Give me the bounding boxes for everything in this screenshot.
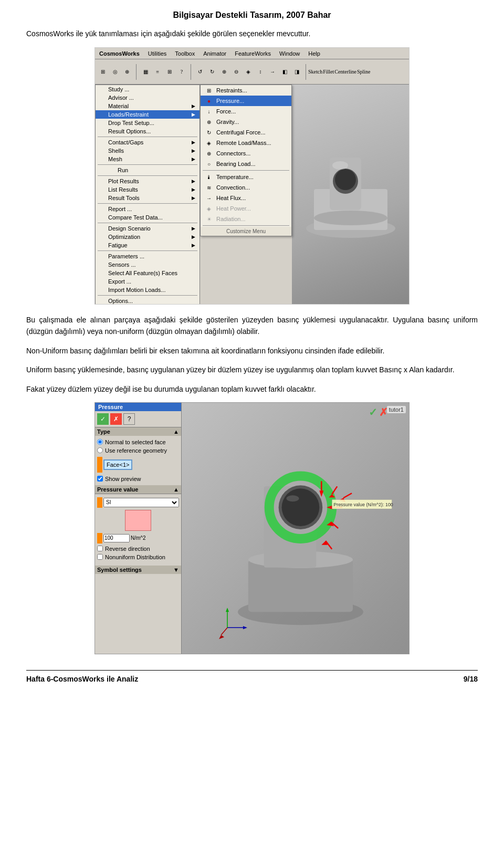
pv-color-indicator2 <box>97 533 102 543</box>
sm-gravity[interactable]: ⊕ Gravity... <box>201 117 291 127</box>
dm-report[interactable]: Report ... <box>96 205 200 213</box>
type-section-content: Normal to selected face Use reference ge… <box>95 436 181 485</box>
dm-options[interactable]: Options... <box>96 297 200 304</box>
intro-text: CosmosWorks ile yük tanımlaması için aşa… <box>26 29 478 38</box>
sm-heat-power[interactable]: ◈ Heat Power... <box>201 203 291 214</box>
menu-toolbox[interactable]: Toolbox <box>173 49 197 58</box>
radio-normal-face-label: Normal to selected face <box>105 439 166 445</box>
sm-force-label: Force... <box>216 108 236 114</box>
face-box[interactable]: Face<1> <box>103 459 132 470</box>
dm-fatigue[interactable]: Fatigue ▶ <box>96 241 200 249</box>
tb-btn-7[interactable]: ? <box>176 66 187 78</box>
sm-temperature[interactable]: 🌡 Temperature... <box>201 172 291 182</box>
sm-heat-flux[interactable]: → Heat Flux... <box>201 193 291 203</box>
sm-remote-load[interactable]: ◈ Remote Load/Mass... <box>201 138 291 148</box>
tb-btn-15[interactable]: ◧ <box>279 66 290 78</box>
sm-restraints[interactable]: ⊞ Restraints... <box>201 85 291 96</box>
p-icon-help[interactable]: ? <box>123 413 135 425</box>
menu-featureworks[interactable]: FeatureWorks <box>233 49 273 58</box>
svg-point-4 <box>335 169 356 190</box>
nonuniform-checkbox[interactable] <box>97 554 103 560</box>
tb-btn-4[interactable]: ▦ <box>140 66 151 78</box>
dm-export[interactable]: Export ... <box>96 277 200 286</box>
centrifugal-icon: ↻ <box>205 128 213 137</box>
sm-connectors[interactable]: ⊕ Connectors... <box>201 148 291 159</box>
svg-line-24 <box>343 493 352 498</box>
reverse-direction-checkbox[interactable] <box>97 546 103 551</box>
force-icon: ↓ <box>205 107 213 116</box>
menu-help[interactable]: Help <box>306 49 322 58</box>
dm-parameters[interactable]: Parameters ... <box>96 252 200 260</box>
page-footer: Hafta 6-CosmosWorks ile Analiz 9/18 <box>26 670 478 683</box>
dm-material[interactable]: Material ▶ <box>96 102 200 110</box>
restraints-icon: ⊞ <box>205 86 213 95</box>
sm-sep-2 <box>203 225 289 226</box>
dm-study[interactable]: Study ... <box>96 85 200 93</box>
dm-shells[interactable]: Shells ▶ <box>96 147 200 155</box>
dm-mesh[interactable]: Mesh ▶ <box>96 155 200 163</box>
tb-btn-6[interactable]: ⊞ <box>164 66 175 78</box>
customize-menu[interactable]: Customize Menu <box>201 227 291 236</box>
sm-bearing-load[interactable]: ○ Bearing Load... <box>201 159 291 169</box>
tb-btn-5[interactable]: ≡ <box>152 66 163 78</box>
symbol-settings-label[interactable]: Symbol settings ▼ <box>95 566 181 574</box>
dm-design-scenario[interactable]: Design Scenario ▶ <box>96 224 200 233</box>
p-icon-cancel[interactable]: ✗ <box>110 413 122 425</box>
type-section-label[interactable]: Type ▲ <box>95 427 181 436</box>
menu-utilities[interactable]: Utilities <box>146 49 169 58</box>
sm-pressure[interactable]: ● Pressure... <box>201 96 291 106</box>
sm-centrifugal[interactable]: ↻ Centrifugal Force... <box>201 127 291 138</box>
tb-btn-11[interactable]: ⊖ <box>230 66 242 78</box>
sm-radiation[interactable]: ☀ Radiation... <box>201 214 291 224</box>
svg-marker-21 <box>319 490 323 497</box>
dm-select-all[interactable]: Select All Feature(s) Faces <box>96 269 200 277</box>
pressure-panel: Pressure ✓ ✗ ? Type ▲ Normal to selected… <box>95 403 182 654</box>
dm-advisor[interactable]: Advisor ... <box>96 93 200 102</box>
tb-btn-8[interactable]: ↺ <box>194 66 206 78</box>
sm-force[interactable]: ↓ Force... <box>201 106 291 117</box>
part-view <box>292 85 409 304</box>
tb-btn-10[interactable]: ⊕ <box>218 66 230 78</box>
dm-import-motion[interactable]: Import Motion Loads... <box>96 286 200 294</box>
tb-btn-14[interactable]: → <box>267 66 278 78</box>
body-paragraph2: Non-Uniform basınç dağılımları belirli b… <box>26 345 478 357</box>
show-preview-checkbox[interactable] <box>97 476 103 482</box>
dm-optimization[interactable]: Optimization ▶ <box>96 233 200 241</box>
dm-plot-results[interactable]: Plot Results ▶ <box>96 177 200 185</box>
dm-result-tools[interactable]: Result Tools ▶ <box>96 194 200 202</box>
tb-btn-3[interactable]: ⊕ <box>121 66 133 78</box>
pressure-value-input[interactable] <box>103 534 130 542</box>
tb-btn-13[interactable]: ↕ <box>255 66 266 78</box>
tb-btn-2[interactable]: ◎ <box>109 66 121 78</box>
dm-compare-test[interactable]: Compare Test Data... <box>96 213 200 222</box>
dm-list-results[interactable]: List Results ▶ <box>96 185 200 194</box>
tb-btn-1[interactable]: ⊞ <box>97 66 109 78</box>
unit-select[interactable]: SI <box>103 498 179 507</box>
p-icon-check[interactable]: ✓ <box>97 413 109 425</box>
dm-run[interactable]: Run <box>96 166 200 174</box>
svg-line-22 <box>332 486 337 494</box>
tb-btn-16[interactable]: ◨ <box>291 66 302 78</box>
dm-drop-test[interactable]: Drop Test Setup... <box>96 119 200 127</box>
tb-btn-9[interactable]: ↻ <box>206 66 218 78</box>
tb-btn-12[interactable]: ◈ <box>243 66 254 78</box>
sub-menu: ⊞ Restraints... ● Pressure... ↓ Force...… <box>200 85 292 236</box>
pv-row1: SI <box>97 497 179 508</box>
dm-sensors[interactable]: Sensors ... <box>96 260 200 269</box>
menu-window[interactable]: Window <box>277 49 302 58</box>
svg-point-6 <box>332 161 348 170</box>
pressure-value-section-label[interactable]: Pressure value ▲ <box>95 485 181 494</box>
radio-normal-face-input[interactable] <box>97 439 103 445</box>
dm-result-options[interactable]: Result Options... <box>96 127 200 135</box>
cosmos-content: ⊞ ◎ ⊕ ▦ ≡ ⊞ ? ↺ ↻ ⊕ ⊖ ◈ ↕ <box>95 59 409 304</box>
nonuniform-row: Nonuniform Distribution <box>97 553 179 561</box>
sm-convection[interactable]: ≋ Convection... <box>201 182 291 193</box>
menu-cosmosworks[interactable]: CosmosWorks <box>97 49 142 58</box>
dm-contact-gaps[interactable]: Contact/Gaps ▶ <box>96 138 200 147</box>
radio-use-reference-input[interactable] <box>97 447 103 453</box>
tb-separator-1 <box>136 64 136 80</box>
menu-animator[interactable]: Animator <box>201 49 228 58</box>
convection-icon: ≋ <box>205 183 213 192</box>
svg-text:Pressure value (N/m^2): 100: Pressure value (N/m^2): 100 <box>333 502 393 507</box>
dm-loads-restraint[interactable]: Loads/Restraint ▶ <box>96 110 200 119</box>
